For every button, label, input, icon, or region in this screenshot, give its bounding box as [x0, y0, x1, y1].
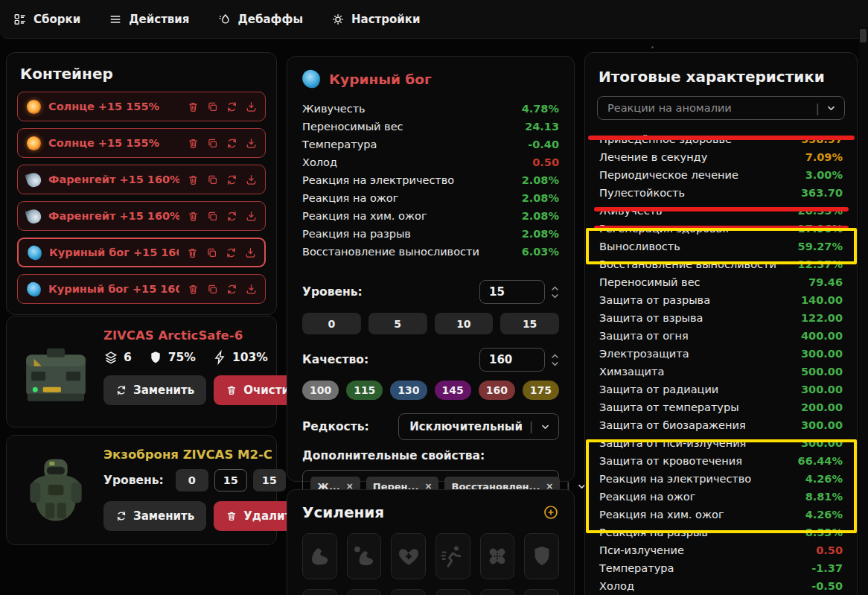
export-artifact-button[interactable]: [245, 137, 258, 150]
export-artifact-button[interactable]: [245, 101, 258, 113]
delete-artifact-button[interactable]: [187, 283, 200, 296]
summary-filter-select[interactable]: Реакции на аномалии |: [597, 96, 845, 120]
boost-runner[interactable]: [435, 533, 470, 579]
top-navbar: Сборки Действия Дебаффы Настройки: [0, 0, 868, 39]
rarity-select[interactable]: Исключительный |: [398, 413, 559, 440]
caret-up-icon[interactable]: [551, 286, 559, 291]
caret-down-icon[interactable]: [551, 361, 559, 366]
editor-stat-row: Реакция на хим. ожог2.08%: [302, 207, 559, 225]
quality-preset-130[interactable]: 130: [390, 381, 427, 400]
replace-container-button[interactable]: Заменить: [103, 375, 206, 405]
nav-debuffs[interactable]: Дебаффы: [217, 13, 302, 26]
boost-muscle-timer[interactable]: [347, 533, 382, 579]
reroll-artifact-button[interactable]: [226, 101, 238, 113]
reroll-artifact-button[interactable]: [225, 246, 237, 259]
stat-label: Живучесть: [302, 103, 366, 115]
copy-artifact-button[interactable]: [205, 246, 218, 259]
boost-shield-gear[interactable]: [435, 589, 470, 595]
export-artifact-button[interactable]: [244, 246, 257, 259]
trash-icon: [187, 137, 200, 150]
armor-card: Экзоброня ZIVCAS M2-C Уровень: 0 15 15 З…: [6, 435, 277, 545]
container-item-4[interactable]: Фаренгейт +15 160%: [17, 201, 266, 231]
copy-artifact-button[interactable]: [206, 137, 219, 150]
delete-artifact-button[interactable]: [187, 174, 200, 186]
copy-artifact-button[interactable]: [206, 174, 219, 186]
caret-down-icon[interactable]: [551, 293, 559, 299]
stat-value: -1.37: [811, 562, 843, 574]
reroll-artifact-button[interactable]: [226, 210, 238, 223]
level-preset-5[interactable]: 5: [368, 313, 427, 334]
stat-value: 300.00: [801, 419, 843, 431]
quality-preset-100[interactable]: 100: [302, 381, 339, 400]
copy-artifact-button[interactable]: [206, 283, 219, 296]
armor-level-0[interactable]: 0: [176, 469, 208, 491]
summary-stat-row: Живучесть20.55%: [597, 202, 845, 220]
page-scrollbar-thumb[interactable]: [860, 29, 867, 42]
delete-artifact-button[interactable]: [187, 137, 200, 150]
level-input[interactable]: 15: [479, 280, 545, 304]
editor-stat-row: Реакция на ожог2.08%: [302, 189, 559, 207]
nav-settings[interactable]: Настройки: [331, 13, 421, 26]
artifact-name: Солнце +15 155%: [48, 101, 179, 112]
delete-artifact-button[interactable]: [186, 246, 199, 259]
stat-value: 300.00: [801, 348, 843, 360]
delete-artifact-button[interactable]: [187, 101, 200, 113]
quality-preset-175[interactable]: 175: [523, 381, 559, 400]
container-item-5-selected[interactable]: Куриный бог +15 160%: [17, 238, 266, 267]
caret-up-icon[interactable]: [551, 354, 559, 359]
page-scrollbar-track[interactable]: [859, 27, 868, 595]
copy-icon: [206, 101, 219, 113]
boost-heart-plus[interactable]: [391, 533, 426, 579]
armor-level-current[interactable]: 15: [214, 469, 247, 491]
level-preset-15[interactable]: 15: [500, 313, 559, 334]
editor-stat-row: Восстановление выносливости6.03%: [302, 243, 559, 261]
boost-bandage[interactable]: [480, 533, 515, 579]
editor-stat-row: Холод0.50: [302, 153, 559, 171]
level-stepper[interactable]: [551, 286, 559, 299]
boost-shield-radiation[interactable]: [347, 589, 382, 595]
debuff-drop-icon: [217, 13, 231, 26]
copy-artifact-button[interactable]: [206, 210, 219, 223]
quality-preset-145[interactable]: 145: [435, 381, 471, 400]
stat-value: 500.00: [801, 366, 843, 378]
delete-artifact-button[interactable]: [187, 210, 200, 223]
quality-stepper[interactable]: [551, 354, 559, 366]
quality-input[interactable]: 160: [479, 348, 545, 372]
replace-armor-button[interactable]: Заменить: [103, 501, 206, 531]
boost-shield-thermo[interactable]: [302, 589, 337, 595]
container-gear-card: ZIVCAS ArcticSafe-6 6 75% 103% Заменить …: [6, 316, 277, 427]
stat-label: Реакция на разрыв: [599, 526, 708, 538]
reroll-artifact-button[interactable]: [226, 137, 238, 150]
boost-shield[interactable]: [524, 533, 559, 579]
nav-builds[interactable]: Сборки: [13, 13, 80, 26]
export-artifact-button[interactable]: [245, 210, 258, 223]
stat-label: Реакция на хим. ожог: [599, 509, 724, 521]
nav-builds-label: Сборки: [33, 13, 80, 26]
stat-value: 7.09%: [805, 151, 843, 163]
stat-value: 79.46: [808, 276, 843, 288]
reroll-artifact-button[interactable]: [226, 283, 238, 296]
quality-preset-160[interactable]: 160: [479, 381, 515, 400]
export-artifact-button[interactable]: [245, 174, 258, 186]
quality-preset-115[interactable]: 115: [346, 381, 383, 400]
export-artifact-button[interactable]: [245, 283, 258, 296]
reroll-artifact-button[interactable]: [226, 174, 238, 186]
level-preset-10[interactable]: 10: [435, 313, 494, 334]
boost-muscle[interactable]: [302, 533, 337, 579]
container-item-6[interactable]: Куриный бог +15 160%: [17, 274, 266, 304]
armor-level-max[interactable]: 15: [253, 469, 286, 491]
container-item-2[interactable]: Солнце +15 155%: [17, 128, 266, 158]
boost-radiation[interactable]: [480, 589, 515, 595]
summary-stat-row: Защита от взрыва122.00: [597, 309, 845, 327]
boost-head-gear[interactable]: [524, 589, 559, 595]
level-preset-0[interactable]: 0: [302, 313, 361, 334]
summary-stat-row: Температура-1.37: [597, 559, 845, 577]
container-item-3[interactable]: Фаренгейт +15 160%: [17, 165, 266, 194]
copy-artifact-button[interactable]: [206, 101, 219, 113]
container-item-1[interactable]: Солнце +15 155%: [17, 92, 266, 121]
stat-label: Температура: [302, 139, 377, 150]
nav-actions[interactable]: Действия: [109, 13, 189, 26]
boost-shield-biohazard[interactable]: [391, 589, 426, 595]
summary-stat-row: Защита от разрыва140.00: [597, 291, 845, 309]
add-boost-button[interactable]: [543, 504, 559, 521]
